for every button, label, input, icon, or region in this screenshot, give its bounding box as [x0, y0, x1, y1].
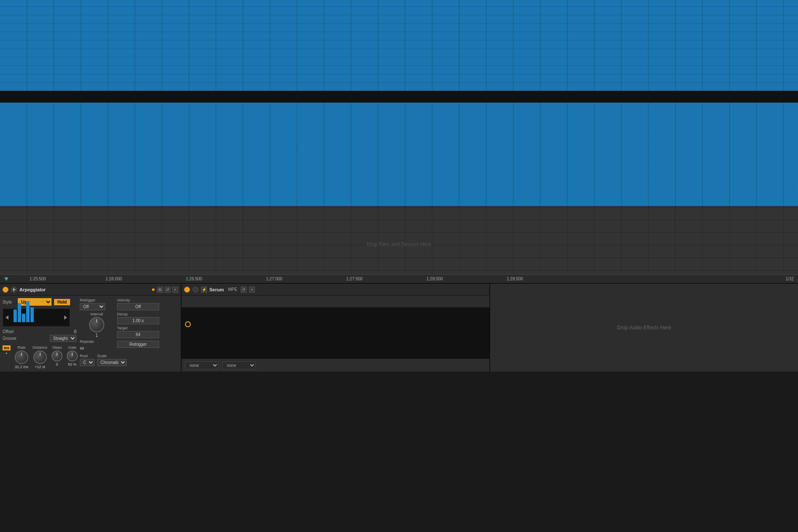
offset-row: Offset 0	[3, 329, 76, 334]
groove-row: Groove Straight	[3, 335, 76, 342]
offset-label: Offset	[3, 329, 14, 334]
serum-display	[182, 307, 489, 359]
retrigger-row: Retrigger Off	[80, 298, 114, 310]
drop-audio-label: Drop Audio Effects Here	[617, 325, 671, 331]
audio-effects-panel: Drop Audio Effects Here	[490, 284, 798, 372]
distance-label: Distance	[33, 345, 47, 350]
arp-body: Style Up Down UpDown Hold	[0, 296, 181, 372]
note-bar-5	[30, 307, 34, 322]
note-block-top	[0, 0, 798, 91]
arp-header: Arpeggiator ⊞ ↺ ×	[0, 284, 181, 296]
velocity-section: Velocity Off	[117, 298, 159, 310]
arp-icon-1[interactable]: ⊞	[157, 287, 163, 293]
hold-button[interactable]: Hold	[54, 299, 70, 305]
time-label-6: 1:28:000	[426, 277, 443, 281]
offset-value: 0	[74, 329, 76, 334]
play-icon	[13, 288, 16, 291]
ms-group: ms ▸	[3, 345, 11, 355]
interval-knob[interactable]	[89, 317, 104, 332]
time-label-1: 1:25:500	[30, 277, 46, 281]
root-scale-row: Root C Scale Chromatic	[80, 354, 114, 366]
note-bar-2	[18, 303, 21, 322]
velocity-value[interactable]: Off	[117, 303, 159, 310]
serum-none-dropdown-2[interactable]: none	[222, 361, 256, 369]
serum-power-button[interactable]	[184, 287, 190, 293]
serum-collapse-button[interactable]	[193, 287, 198, 293]
distance-knob[interactable]	[33, 350, 47, 364]
bottom-panel: Arpeggiator ⊞ ↺ × Style Up Down UpDown	[0, 283, 798, 372]
serum-indicator-circle	[185, 321, 191, 327]
arp-play-button[interactable]	[11, 287, 17, 293]
time-label-7: 1:28:500	[507, 277, 523, 281]
mpe-label: MPE	[228, 287, 237, 292]
steps-label: Steps	[52, 345, 62, 350]
gate-knob[interactable]	[67, 350, 78, 361]
distance-value: +12 st	[35, 365, 45, 369]
retrigger-button[interactable]: Retrigger	[117, 341, 159, 348]
target-value[interactable]: 64	[117, 331, 159, 338]
serum-icon-3[interactable]: ×	[249, 287, 255, 293]
velocity-label: Velocity	[117, 298, 159, 302]
playhead-triangle	[4, 277, 8, 281]
steps-knob[interactable]	[52, 350, 62, 361]
style-dropdown[interactable]: Up Down UpDown	[18, 298, 52, 306]
decay-label: Decay	[117, 312, 159, 316]
interval-value: 1	[95, 333, 98, 338]
arp-active-indicator	[152, 288, 155, 291]
retrigger-label: Retrigger	[80, 298, 114, 302]
target-label: Target	[117, 326, 159, 330]
velocity-lane: Drop Files and Devices Here	[0, 206, 798, 283]
gate-value: 50 %	[68, 362, 77, 366]
serum-panel: ⚡ Serum MPE ↺ × none none	[182, 284, 490, 372]
ms-badge[interactable]: ms	[3, 345, 11, 350]
note-block-bottom	[0, 103, 798, 206]
decay-value[interactable]: 1.00 s	[117, 317, 159, 324]
distance-knob-group: Distance +12 st	[33, 345, 47, 369]
root-dropdown[interactable]: C	[80, 359, 95, 366]
arp-right-column: Velocity Off Decay 1.00 s Target 64 Retr…	[117, 298, 159, 369]
repeats-label: Repeats	[80, 339, 114, 344]
serum-title: Serum	[209, 287, 224, 292]
interval-label: Interval	[90, 312, 103, 316]
decay-section: Decay 1.00 s	[117, 312, 159, 324]
notes-visualization	[14, 313, 59, 322]
time-label-5: 1:27:500	[346, 277, 363, 281]
groove-dropdown[interactable]: Straight	[50, 335, 76, 342]
arp-icon-2[interactable]: ↺	[165, 287, 171, 293]
note-bar-4	[26, 301, 30, 322]
serum-header: ⚡ Serum MPE ↺ ×	[182, 284, 489, 296]
root-label: Root	[80, 354, 95, 358]
rate-value: 32.2 ms	[15, 365, 28, 369]
style-row: Style Up Down UpDown Hold	[3, 298, 76, 306]
arp-left-column: Style Up Down UpDown Hold	[3, 298, 76, 369]
arp-power-button[interactable]	[3, 287, 8, 293]
serum-none-dropdown-1[interactable]: none	[185, 361, 219, 369]
time-label-3: 1:26:500	[186, 277, 202, 281]
serum-icon-2[interactable]: ↺	[241, 287, 247, 293]
arp-title: Arpeggiator	[19, 287, 149, 292]
note-prev-arrow[interactable]	[5, 315, 8, 320]
ms-sub[interactable]: ▸	[6, 351, 8, 355]
rate-knob[interactable]	[15, 350, 28, 364]
time-label-2: 1:26:000	[106, 277, 122, 281]
note-display	[3, 308, 70, 327]
rate-knob-group: Rate 32.2 ms	[15, 345, 28, 369]
separator-bar	[0, 91, 798, 103]
interval-section: Interval 1	[80, 312, 114, 338]
timeline-bar: 1:25:500 1:26:000 1:26:500 1:27:000 1:27…	[0, 274, 798, 283]
retrigger-dropdown[interactable]: Off	[80, 303, 105, 310]
repeats-value: ∞	[80, 345, 114, 351]
serum-icon-1[interactable]: ⚡	[201, 287, 207, 293]
time-label-4: 1:27:000	[266, 277, 282, 281]
steps-value: 0	[56, 362, 58, 366]
offset-groove-section: Offset 0 Groove Straight	[3, 329, 76, 342]
knobs-row: ms ▸ Rate 32.2 ms Distance +12 st St	[3, 345, 76, 369]
arp-icon-buttons: ⊞ ↺ ×	[157, 287, 178, 293]
gate-knob-group: Gate 50 %	[67, 345, 78, 366]
serum-body: none none	[182, 296, 489, 372]
note-next-arrow[interactable]	[64, 315, 67, 320]
note-bar-1	[14, 309, 17, 322]
fraction-label: 1/32	[786, 277, 794, 281]
arp-icon-3[interactable]: ×	[172, 287, 178, 293]
groove-label: Groove	[3, 336, 16, 341]
